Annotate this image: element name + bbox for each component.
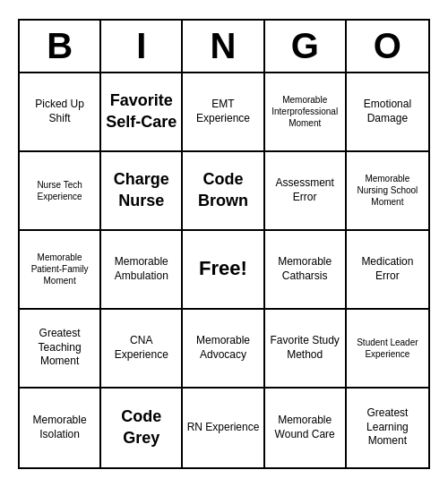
cell-text-11: Memorable Ambulation: [105, 255, 177, 283]
cell-text-10: Memorable Patient-Family Moment: [23, 252, 96, 286]
bingo-letter-o: O: [347, 21, 428, 72]
bingo-card: BINGO Picked Up ShiftFavorite Self-CareE…: [18, 19, 430, 469]
bingo-cell-10[interactable]: Memorable Patient-Family Moment: [20, 231, 101, 310]
cell-text-12: Free!: [199, 256, 247, 282]
cell-text-17: Memorable Advocacy: [186, 334, 259, 362]
cell-text-16: CNA Experience: [105, 334, 177, 362]
cell-text-24: Greatest Learning Moment: [350, 406, 425, 449]
bingo-cell-9[interactable]: Memorable Nursing School Moment: [347, 152, 428, 231]
bingo-cell-18[interactable]: Favorite Study Method: [265, 310, 347, 389]
bingo-letter-n: N: [183, 21, 264, 72]
bingo-letter-i: I: [101, 21, 183, 72]
bingo-cell-24[interactable]: Greatest Learning Moment: [347, 389, 428, 467]
cell-text-5: Nurse Tech Experience: [23, 179, 96, 202]
cell-text-1: Favorite Self-Care: [105, 90, 177, 132]
bingo-grid: Picked Up ShiftFavorite Self-CareEMT Exp…: [20, 73, 428, 467]
bingo-cell-16[interactable]: CNA Experience: [101, 310, 183, 389]
bingo-cell-8[interactable]: Assessment Error: [265, 152, 347, 231]
bingo-cell-4[interactable]: Emotional Damage: [347, 73, 428, 152]
bingo-cell-2[interactable]: EMT Experience: [183, 73, 264, 152]
bingo-cell-1[interactable]: Favorite Self-Care: [101, 73, 183, 152]
cell-text-15: Greatest Teaching Moment: [23, 327, 96, 369]
bingo-cell-12[interactable]: Free!: [183, 231, 264, 310]
bingo-cell-20[interactable]: Memorable Isolation: [20, 389, 101, 467]
cell-text-9: Memorable Nursing School Moment: [350, 173, 425, 208]
bingo-cell-23[interactable]: Memorable Wound Care: [265, 389, 347, 467]
cell-text-4: Emotional Damage: [350, 98, 425, 125]
cell-text-21: Code Grey: [105, 406, 177, 449]
bingo-cell-7[interactable]: Code Brown: [183, 152, 264, 231]
cell-text-2: EMT Experience: [186, 98, 259, 125]
cell-text-19: Student Leader Experience: [350, 337, 425, 360]
cell-text-3: Memorable Interprofessional Moment: [269, 94, 341, 129]
bingo-cell-13[interactable]: Memorable Catharsis: [265, 231, 347, 310]
cell-text-6: Charge Nurse: [105, 169, 177, 211]
bingo-header: BINGO: [20, 21, 428, 73]
bingo-cell-5[interactable]: Nurse Tech Experience: [20, 152, 101, 231]
bingo-cell-3[interactable]: Memorable Interprofessional Moment: [265, 73, 347, 152]
bingo-cell-6[interactable]: Charge Nurse: [101, 152, 183, 231]
cell-text-7: Code Brown: [186, 169, 259, 211]
bingo-cell-17[interactable]: Memorable Advocacy: [183, 310, 264, 389]
cell-text-14: Medication Error: [350, 255, 425, 283]
bingo-letter-b: B: [20, 21, 101, 72]
cell-text-0: Picked Up Shift: [23, 98, 96, 125]
bingo-cell-19[interactable]: Student Leader Experience: [347, 310, 428, 389]
bingo-cell-0[interactable]: Picked Up Shift: [20, 73, 101, 152]
bingo-cell-14[interactable]: Medication Error: [347, 231, 428, 310]
cell-text-20: Memorable Isolation: [23, 414, 96, 441]
bingo-cell-11[interactable]: Memorable Ambulation: [101, 231, 183, 310]
cell-text-13: Memorable Catharsis: [269, 255, 341, 283]
bingo-cell-15[interactable]: Greatest Teaching Moment: [20, 310, 101, 389]
bingo-cell-21[interactable]: Code Grey: [101, 389, 183, 467]
cell-text-18: Favorite Study Method: [269, 334, 341, 362]
bingo-letter-g: G: [265, 21, 347, 72]
cell-text-8: Assessment Error: [269, 176, 341, 204]
bingo-cell-22[interactable]: RN Experience: [183, 389, 264, 467]
cell-text-22: RN Experience: [187, 421, 260, 435]
cell-text-23: Memorable Wound Care: [269, 414, 341, 441]
